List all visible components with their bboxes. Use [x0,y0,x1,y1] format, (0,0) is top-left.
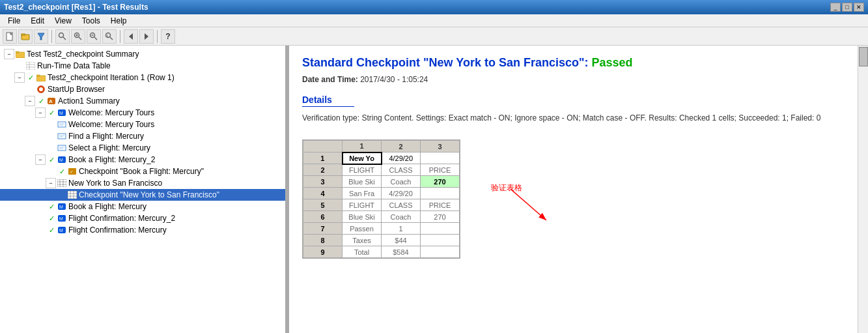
tree-pane[interactable]: Test Test2_checkpoint Summary Run-Time D… [0,46,287,333]
cell-2-2: CLASS [382,164,421,176]
scrollbar[interactable] [858,46,868,333]
table-row: 8Taxes$44 [303,235,460,246]
col-header-1: 1 [343,141,382,152]
tree-item-iter1[interactable]: ✓ Test2_checkpoint Iteration 1 (Row 1) [0,72,285,83]
svg-line-14 [110,37,113,40]
menu-tools[interactable]: Tools [77,15,105,27]
table-row: 7Passen1 [303,223,460,235]
new-button[interactable] [3,29,17,44]
minimize-button[interactable]: _ [830,3,841,12]
tree-item-select[interactable]: Select a Flight: Mercury [0,142,285,154]
tree-label-book-mercury: Book a Flight: Mercury [68,202,147,211]
back-button[interactable] [124,29,138,44]
expander-root[interactable] [4,49,14,59]
check-icon-iter1: ✓ [25,72,36,83]
separator-1 [51,30,52,43]
verification-table-wrapper: 1 2 3 1New Yo4/29/202FLIGHTCLASSPRICE3Bl… [302,139,460,259]
svg-marker-3 [38,33,44,40]
cell-6-3: 270 [421,211,460,223]
cell-2-3: PRICE [421,164,460,176]
zoom-in-button[interactable] [71,29,85,44]
expander-action1[interactable] [25,96,35,106]
tree-item-action1[interactable]: ✓ A Action1 Summary [0,95,285,107]
tree-item-flight-conf[interactable]: ✓ M Flight Confirmation: Mercury [0,224,285,236]
svg-text:M: M [59,228,63,233]
help-button[interactable]: ? [161,29,175,44]
menu-edit[interactable]: Edit [25,15,49,27]
row-number: 6 [303,211,343,223]
expander-nytosf[interactable] [46,178,56,188]
tree-item-checkpoint-book[interactable]: ✓ ✓ Checkpoint "Book a Flight: Mercury" [0,166,285,177]
svg-line-62 [511,189,546,220]
menu-view[interactable]: View [49,15,77,27]
tree-label-select: Select a Flight: Mercury [68,143,150,152]
expander-book2[interactable] [35,154,46,165]
maximize-button[interactable]: □ [842,3,852,12]
col-header-2: 2 [382,141,421,152]
tree-item-startup[interactable]: StartUp Browser [0,83,285,95]
svg-point-4 [59,33,64,37]
step-icon-select [57,143,67,153]
cell-4-2: 4/29/20 [382,188,421,199]
date-label: Date and Time: [302,75,358,84]
tree-label-iter1: Test2_checkpoint Iteration 1 (Row 1) [48,73,175,82]
cell-1-2: 4/29/20 [382,152,421,164]
table-row: 9Total$584 [303,246,460,258]
check-icon-flight-conf2: ✓ [46,213,57,224]
grid-checkpoint-icon [67,190,77,200]
table-row: 6Blue SkiCoach270 [303,211,460,223]
cell-4-1: San Fra [343,188,382,199]
zoom-fit-button[interactable]: A [102,29,117,44]
search-button[interactable] [55,29,70,44]
tree-item-nytosf[interactable]: New York to San Francisco [0,177,285,189]
cell-5-1: FLIGHT [343,199,382,211]
svg-line-11 [94,37,97,40]
cell-3-1: Blue Ski [343,176,382,188]
tree-item-welcome1[interactable]: ✓ M Welcome: Mercury Tours [0,107,285,119]
row-number: 5 [303,199,343,211]
expander-book-mercury [35,201,46,212]
zoom-out-button[interactable] [87,29,101,44]
tree-item-book2[interactable]: ✓ M Book a Flight: Mercury_2 [0,154,285,166]
tree-label-checkpoint-ny: Checkpoint "New York to San Francisco" [79,190,219,199]
row-number: 9 [303,246,343,258]
cell-6-1: Blue Ski [343,211,382,223]
check-icon-checkpoint-book: ✓ [57,166,67,177]
window-controls[interactable]: _ □ ✕ [830,3,864,12]
expander-iter1[interactable] [14,72,25,83]
menu-help[interactable]: Help [105,15,132,27]
tree-item-checkpoint-ny[interactable]: Checkpoint "New York to San Francisco" [0,189,285,201]
table-icon [25,61,36,71]
row-number: 1 [303,152,343,164]
result-title: Standard Checkpoint "New York to San Fra… [302,56,855,70]
scrollbar-thumb[interactable] [859,47,868,66]
toolbar: A ? [0,27,868,46]
flight-conf-icon: M [57,225,67,235]
menu-file[interactable]: File [3,15,25,27]
tree-item-flight-conf2[interactable]: ✓ M Flight Confirmation: Mercury_2 [0,212,285,224]
filter-button[interactable] [34,29,48,44]
content-pane: Standard Checkpoint "New York to San Fra… [289,46,868,333]
row-number: 3 [303,176,343,188]
expander-startup [25,84,35,94]
tree-item-runtime[interactable]: Run-Time Data Table [0,60,285,72]
cell-6-2: Coach [382,211,421,223]
svg-rect-38 [58,145,66,151]
forward-button[interactable] [139,29,154,44]
open-button[interactable] [18,29,33,44]
tree-label-flight-conf: Flight Confirmation: Mercury [68,225,167,235]
book-mercury-icon: M [57,201,67,212]
details-text: Verification type: String Content. Setti… [302,112,855,124]
tree-item-find[interactable]: Find a Flight: Mercury [0,130,285,142]
tree-item-book-mercury[interactable]: ✓ M Book a Flight: Mercury [0,201,285,212]
main-layout: Test Test2_checkpoint Summary Run-Time D… [0,46,868,333]
tree-label-startup: StartUp Browser [48,85,105,94]
tree-item-root[interactable]: Test Test2_checkpoint Summary [0,48,285,60]
tree-item-welcome-step[interactable]: Welcome: Mercury Tours [0,119,285,130]
tree-label-checkpoint-book: Checkpoint "Book a Flight: Mercury" [79,167,204,176]
svg-rect-35 [58,134,66,139]
expander-welcome1[interactable] [35,108,46,118]
svg-rect-45 [57,179,66,187]
row-number: 7 [303,223,343,235]
close-button[interactable]: ✕ [854,3,864,12]
